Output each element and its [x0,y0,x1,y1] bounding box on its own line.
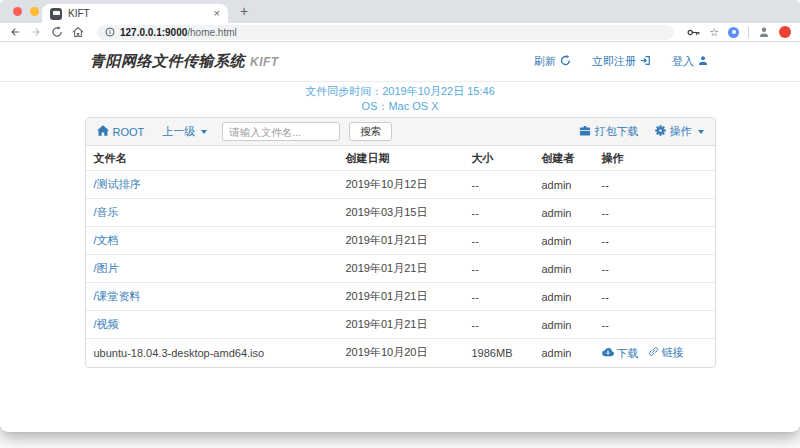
user-icon [698,55,708,68]
sync-time-label: 文件同步时间： [305,85,382,97]
table-row: /文档2019年01月21日--admin-- [86,227,715,255]
parent-folder-label: 上一级 [162,124,195,139]
creator-cell: admin [534,171,594,199]
url-text: 127.0.0.1:9000/home.html [120,27,237,38]
filename-cell: /视频 [86,311,338,339]
file-name: ubuntu-18.04.3-desktop-amd64.iso [94,347,265,359]
kift-page: 青阳网络文件传输系统KIFT 刷新 立即注册 登入 [0,42,800,431]
register-button[interactable]: 立即注册 [592,54,651,69]
page-info-icon[interactable] [105,27,115,37]
action-cell: 下载链接 [594,339,715,367]
tab-strip: KIFT × + [0,0,800,23]
col-date: 创建日期 [338,146,464,171]
link-label: 链接 [662,345,684,360]
operations-button[interactable]: 操作 [655,124,704,139]
size-cell: -- [464,199,534,227]
folder-link[interactable]: /文档 [94,234,119,246]
bookmark-star-icon[interactable]: ☆ [709,27,719,38]
register-label: 立即注册 [592,54,636,69]
col-filename: 文件名 [86,146,338,171]
header-actions: 刷新 立即注册 登入 [534,54,708,69]
site-header: 青阳网络文件传输系统KIFT 刷新 立即注册 登入 [0,42,800,82]
package-download-button[interactable]: 打包下载 [579,124,639,139]
filename-cell: /文档 [86,227,338,255]
table-row: /音乐2019年03月15日--admin-- [86,199,715,227]
refresh-button[interactable]: 刷新 [534,54,571,69]
filename-cell: ubuntu-18.04.3-desktop-amd64.iso [86,339,338,367]
no-action: -- [602,235,609,247]
no-action: -- [602,319,609,331]
refresh-icon [560,55,571,68]
page-title: 青阳网络文件传输系统KIFT [90,52,279,71]
extension-icon[interactable] [728,27,739,38]
col-size: 大小 [464,146,534,171]
size-cell: -- [464,311,534,339]
file-table-body: /测试排序2019年10月12日--admin--/音乐2019年03月15日-… [86,171,715,367]
action-cell: -- [594,227,715,255]
creator-cell: admin [534,283,594,311]
refresh-label: 刷新 [534,54,556,69]
key-icon[interactable] [687,28,700,37]
close-window-button[interactable] [13,7,22,16]
tab-title: KIFT [68,8,90,19]
date-cell: 2019年01月21日 [338,227,464,255]
file-toolbar: ROOT 上一级 搜索 打包下载 [86,118,715,146]
file-table: 文件名 创建日期 大小 创建者 操作 /测试排序2019年10月12日--adm… [86,146,715,367]
search-button[interactable]: 搜索 [349,122,392,141]
filename-cell: /测试排序 [86,171,338,199]
download-link[interactable]: 下载 [602,346,639,361]
action-cell: -- [594,171,715,199]
size-cell: -- [464,171,534,199]
col-action: 操作 [594,146,715,171]
table-row: /测试排序2019年10月12日--admin-- [86,171,715,199]
new-tab-button[interactable]: + [240,3,248,19]
no-action: -- [602,263,609,275]
folder-link[interactable]: /图片 [94,262,119,274]
filename-cell: /课堂资料 [86,283,338,311]
no-action: -- [602,207,609,219]
tab-close-icon[interactable]: × [214,8,220,19]
browser-home-icon[interactable] [72,26,84,38]
folder-link[interactable]: /课堂资料 [94,290,141,302]
date-cell: 2019年01月21日 [338,283,464,311]
creator-cell: admin [534,199,594,227]
size-cell: 1986MB [464,339,534,367]
no-action: -- [602,179,609,191]
sync-time-line: 文件同步时间：2019年10月22日 15:46 [0,84,800,99]
table-row: /课堂资料2019年01月21日--admin-- [86,283,715,311]
gear-icon [655,125,666,138]
share-link[interactable]: 链接 [648,345,684,360]
action-cell: -- [594,311,715,339]
back-icon[interactable] [9,26,21,38]
parent-folder-button[interactable]: 上一级 [162,124,207,139]
browser-tab[interactable]: KIFT × [42,4,228,23]
search-input[interactable] [222,122,340,141]
login-button[interactable]: 登入 [672,54,708,69]
sign-in-icon [640,55,651,68]
kift-favicon-icon [50,8,62,20]
browser-toolbar: 127.0.0.1:9000/home.html ☆ [0,23,800,42]
size-cell: -- [464,283,534,311]
date-cell: 2019年10月20日 [338,339,464,367]
toolbar-divider [748,27,749,38]
folder-link[interactable]: /音乐 [94,206,119,218]
action-cell: -- [594,199,715,227]
date-cell: 2019年03月15日 [338,199,464,227]
date-cell: 2019年01月21日 [338,311,464,339]
forward-icon[interactable] [30,26,42,38]
browser-window: KIFT × + 127.0.0.1:9000/home.html ☆ [0,0,800,432]
url-host: 127.0.0.1:9000 [120,27,187,38]
reload-icon[interactable] [51,26,63,38]
os-line: OS：Mac OS X [0,99,800,114]
cloud-download-icon [602,347,614,359]
root-button[interactable]: ROOT [97,125,145,138]
profile-badge-icon[interactable] [779,26,791,38]
folder-link[interactable]: /视频 [94,318,119,330]
minimize-window-button[interactable] [30,7,39,16]
file-panel: ROOT 上一级 搜索 打包下载 [85,117,716,368]
folder-link[interactable]: /测试排序 [94,178,141,190]
profile-avatar-icon[interactable] [758,26,770,38]
filename-cell: /音乐 [86,199,338,227]
date-cell: 2019年01月21日 [338,255,464,283]
address-bar[interactable]: 127.0.0.1:9000/home.html [97,25,674,40]
